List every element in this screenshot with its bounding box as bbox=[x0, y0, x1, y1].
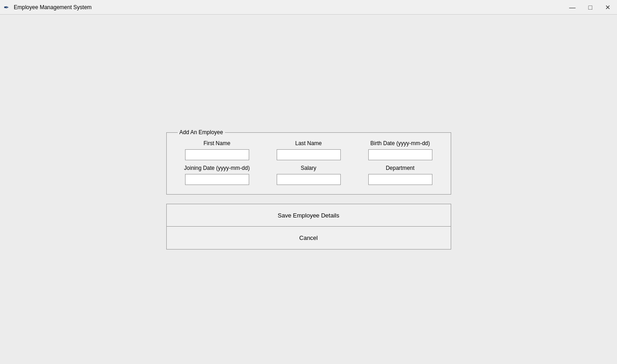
joining-date-input[interactable] bbox=[185, 174, 249, 185]
salary-label: Salary bbox=[300, 165, 316, 171]
cancel-button[interactable]: Cancel bbox=[166, 227, 451, 250]
birth-date-label: Birth Date (yyyy-mm-dd) bbox=[370, 140, 430, 147]
last-name-field: Last Name bbox=[268, 140, 350, 160]
window-content: Add An Employee First Name Last Name B bbox=[0, 15, 617, 364]
first-name-input[interactable] bbox=[185, 149, 249, 160]
form-grid: First Name Last Name Birth Date (yyyy-mm… bbox=[176, 140, 442, 185]
first-name-field: First Name bbox=[176, 140, 258, 160]
save-employee-button[interactable]: Save Employee Details bbox=[166, 204, 451, 227]
close-button[interactable]: ✕ bbox=[602, 3, 613, 11]
department-label: Department bbox=[386, 165, 415, 171]
birth-date-input[interactable] bbox=[368, 149, 432, 160]
department-input[interactable] bbox=[368, 174, 432, 185]
window-controls: — □ ✕ bbox=[567, 3, 613, 11]
center-panel: Add An Employee First Name Last Name B bbox=[166, 129, 451, 250]
title-bar: ✒ Employee Management System — □ ✕ bbox=[0, 0, 617, 15]
window-title: Employee Management System bbox=[14, 4, 567, 11]
action-buttons: Save Employee Details Cancel bbox=[166, 199, 451, 250]
add-employee-fieldset: Add An Employee First Name Last Name B bbox=[166, 129, 451, 195]
first-name-label: First Name bbox=[203, 140, 230, 147]
salary-input[interactable] bbox=[277, 174, 341, 185]
joining-date-label: Joining Date (yyyy-mm-dd) bbox=[184, 165, 250, 171]
department-field: Department bbox=[359, 165, 442, 185]
main-window: ✒ Employee Management System — □ ✕ Add A… bbox=[0, 0, 617, 364]
last-name-input[interactable] bbox=[277, 149, 341, 160]
salary-field: Salary bbox=[268, 165, 350, 185]
birth-date-field: Birth Date (yyyy-mm-dd) bbox=[359, 140, 442, 160]
last-name-label: Last Name bbox=[295, 140, 322, 147]
joining-date-field: Joining Date (yyyy-mm-dd) bbox=[176, 165, 258, 185]
maximize-button[interactable]: □ bbox=[586, 3, 595, 11]
minimize-button[interactable]: — bbox=[567, 3, 579, 11]
fieldset-legend: Add An Employee bbox=[178, 129, 225, 136]
app-icon: ✒ bbox=[4, 4, 11, 11]
